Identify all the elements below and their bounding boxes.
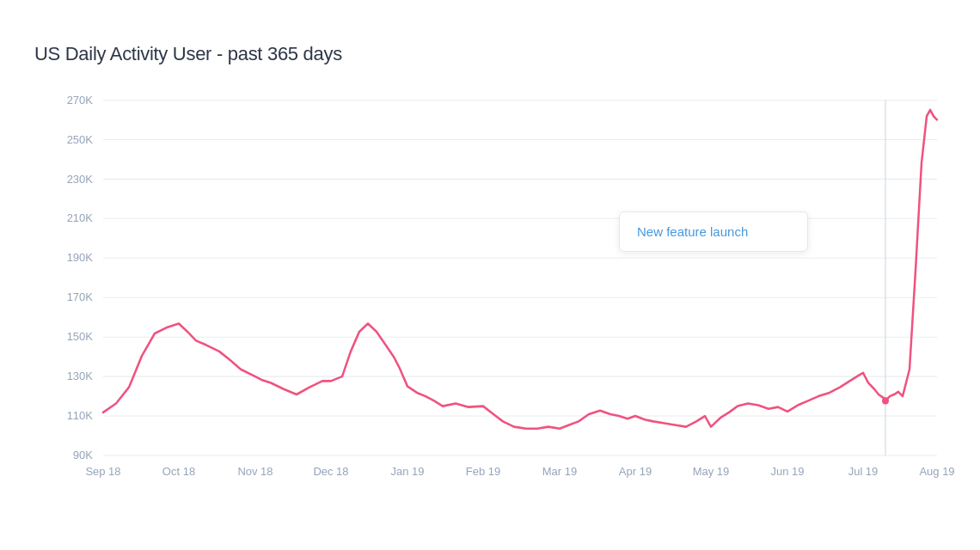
svg-text:Nov 18: Nov 18 [237, 465, 273, 478]
svg-text:170K: 170K [67, 290, 93, 303]
svg-text:270K: 270K [67, 93, 93, 106]
svg-text:Jul 19: Jul 19 [848, 465, 879, 478]
svg-text:130K: 130K [67, 370, 93, 382]
annotation-text: New feature launch [637, 224, 748, 239]
svg-text:Sep 18: Sep 18 [85, 465, 120, 478]
chart-container: US Daily Activity User - past 365 days 2… [17, 17, 963, 533]
chart-area: 270K 250K 230K 210K 190K 170K 150K 130K … [34, 91, 946, 495]
svg-text:210K: 210K [67, 211, 93, 224]
svg-text:250K: 250K [67, 132, 93, 145]
svg-text:110K: 110K [67, 409, 93, 422]
svg-text:230K: 230K [67, 172, 93, 185]
svg-text:Mar 19: Mar 19 [542, 465, 577, 478]
svg-text:190K: 190K [67, 251, 93, 264]
chart-title: US Daily Activity User - past 365 days [34, 43, 946, 65]
svg-text:150K: 150K [67, 330, 93, 343]
svg-text:Oct 18: Oct 18 [162, 465, 195, 478]
svg-text:90K: 90K [73, 449, 93, 461]
svg-text:Feb 19: Feb 19 [466, 465, 500, 478]
svg-text:Apr 19: Apr 19 [619, 465, 652, 478]
annotation-box: New feature launch [619, 211, 808, 252]
chart-svg: 270K 250K 230K 210K 190K 170K 150K 130K … [34, 91, 946, 495]
svg-text:Jun 19: Jun 19 [770, 465, 804, 478]
annotation-dot [882, 397, 889, 404]
svg-text:Jan 19: Jan 19 [390, 465, 424, 478]
chart-line [103, 110, 937, 429]
svg-text:Aug 19: Aug 19 [919, 465, 954, 478]
svg-text:Dec 18: Dec 18 [313, 465, 348, 478]
svg-text:May 19: May 19 [693, 465, 730, 478]
